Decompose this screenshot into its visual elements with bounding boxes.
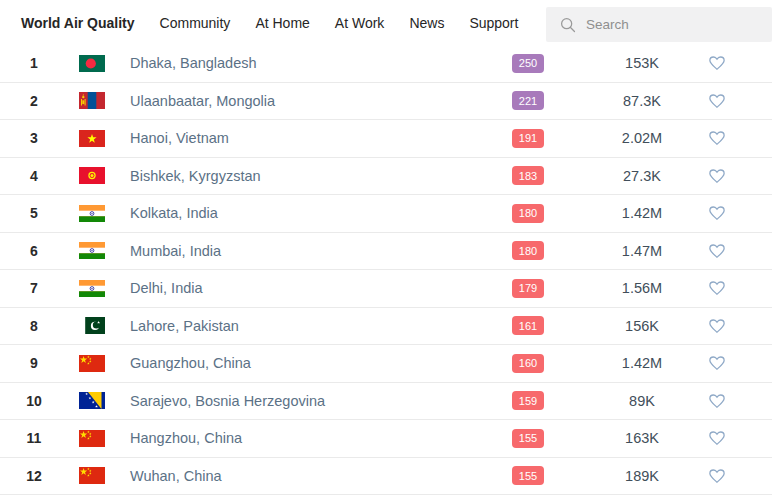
city-ranking-row[interactable]: 11 Hangzhou, China 155 163K (0, 420, 772, 458)
followers-count: 27.3K (576, 168, 708, 184)
city-ranking-row[interactable]: 8 Lahore, Pakistan 161 156K (0, 308, 772, 346)
city-name-link[interactable]: Wuhan, China (118, 468, 480, 484)
rank-number: 5 (0, 205, 68, 221)
city-name-link[interactable]: Hangzhou, China (118, 430, 480, 446)
rank-number: 7 (0, 280, 68, 296)
followers-count: 89K (576, 393, 708, 409)
favorite-heart-icon[interactable] (708, 92, 726, 110)
in-flag-icon (68, 205, 118, 222)
aqi-badge: 250 (512, 54, 544, 73)
brand-world-air-quality[interactable]: World Air Quality (21, 15, 135, 31)
top-nav: World Air Quality CommunityAt HomeAt Wor… (0, 0, 772, 45)
followers-count: 2.02M (576, 130, 708, 146)
city-ranking-row[interactable]: 6 Mumbai, India 180 1.47M (0, 233, 772, 271)
city-name-link[interactable]: Kolkata, India (118, 205, 480, 221)
aqi-badge: 179 (512, 279, 544, 298)
city-name-link[interactable]: Ulaanbaatar, Mongolia (118, 93, 480, 109)
followers-count: 153K (576, 55, 708, 71)
bd-flag-icon (68, 55, 118, 72)
search-icon (559, 16, 577, 34)
pk-flag-icon (68, 317, 118, 334)
favorite-heart-icon[interactable] (708, 167, 726, 185)
aqi-badge: 221 (512, 91, 544, 110)
aqi-badge: 183 (512, 166, 544, 185)
nav-item-at-work[interactable]: At Work (335, 15, 385, 31)
aqi-badge: 161 (512, 316, 544, 335)
rank-number: 12 (0, 468, 68, 484)
aqi-badge: 191 (512, 129, 544, 148)
cn-flag-icon (68, 467, 118, 484)
city-ranking-list: 1 Dhaka, Bangladesh 250 153K 2 Ulaanbaat… (0, 45, 772, 495)
favorite-heart-icon[interactable] (708, 129, 726, 147)
nav-item-news[interactable]: News (409, 15, 444, 31)
rank-number: 2 (0, 93, 68, 109)
cn-flag-icon (68, 430, 118, 447)
city-name-link[interactable]: Dhaka, Bangladesh (118, 55, 480, 71)
favorite-heart-icon[interactable] (708, 54, 726, 72)
city-ranking-row[interactable]: 7 Delhi, India 179 1.56M (0, 270, 772, 308)
rank-number: 9 (0, 355, 68, 371)
city-ranking-row[interactable]: 4 Bishkek, Kyrgyzstan 183 27.3K (0, 158, 772, 196)
kg-flag-icon (68, 167, 118, 184)
rank-number: 4 (0, 168, 68, 184)
nav-links: CommunityAt HomeAt WorkNewsSupport (160, 15, 519, 31)
followers-count: 156K (576, 318, 708, 334)
city-ranking-row[interactable]: 2 Ulaanbaatar, Mongolia 221 87.3K (0, 83, 772, 121)
rank-number: 10 (0, 393, 68, 409)
city-ranking-row[interactable]: 10 Sarajevo, Bosnia Herzegovina 159 89K (0, 383, 772, 421)
city-name-link[interactable]: Bishkek, Kyrgyzstan (118, 168, 480, 184)
aqi-badge: 155 (512, 429, 544, 448)
followers-count: 1.47M (576, 243, 708, 259)
mn-flag-icon (68, 92, 118, 109)
followers-count: 1.56M (576, 280, 708, 296)
followers-count: 163K (576, 430, 708, 446)
city-name-link[interactable]: Guangzhou, China (118, 355, 480, 371)
city-name-link[interactable]: Lahore, Pakistan (118, 318, 480, 334)
aqi-badge: 155 (512, 466, 544, 485)
favorite-heart-icon[interactable] (708, 204, 726, 222)
aqi-badge: 180 (512, 204, 544, 223)
city-name-link[interactable]: Sarajevo, Bosnia Herzegovina (118, 393, 480, 409)
nav-item-at-home[interactable]: At Home (255, 15, 309, 31)
city-name-link[interactable]: Delhi, India (118, 280, 480, 296)
followers-count: 1.42M (576, 355, 708, 371)
ba-flag-icon (68, 392, 118, 409)
favorite-heart-icon[interactable] (708, 242, 726, 260)
nav-item-support[interactable]: Support (469, 15, 518, 31)
rank-number: 1 (0, 55, 68, 71)
city-name-link[interactable]: Hanoi, Vietnam (118, 130, 480, 146)
rank-number: 8 (0, 318, 68, 334)
city-ranking-row[interactable]: 5 Kolkata, India 180 1.42M (0, 195, 772, 233)
city-name-link[interactable]: Mumbai, India (118, 243, 480, 259)
nav-item-community[interactable]: Community (160, 15, 231, 31)
city-ranking-row[interactable]: 1 Dhaka, Bangladesh 250 153K (0, 45, 772, 83)
city-ranking-row[interactable]: 12 Wuhan, China 155 189K (0, 458, 772, 496)
rank-number: 6 (0, 243, 68, 259)
favorite-heart-icon[interactable] (708, 279, 726, 297)
favorite-heart-icon[interactable] (708, 317, 726, 335)
in-flag-icon (68, 280, 118, 297)
aqi-badge: 160 (512, 354, 544, 373)
vn-flag-icon (68, 130, 118, 147)
favorite-heart-icon[interactable] (708, 392, 726, 410)
favorite-heart-icon[interactable] (708, 429, 726, 447)
favorite-heart-icon[interactable] (708, 467, 726, 485)
favorite-heart-icon[interactable] (708, 354, 726, 372)
followers-count: 87.3K (576, 93, 708, 109)
rank-number: 3 (0, 130, 68, 146)
city-ranking-row[interactable]: 9 Guangzhou, China 160 1.42M (0, 345, 772, 383)
search-input[interactable] (586, 17, 762, 32)
search-box[interactable] (546, 7, 772, 42)
in-flag-icon (68, 242, 118, 259)
followers-count: 189K (576, 468, 708, 484)
followers-count: 1.42M (576, 205, 708, 221)
city-ranking-row[interactable]: 3 Hanoi, Vietnam 191 2.02M (0, 120, 772, 158)
aqi-badge: 159 (512, 391, 544, 410)
aqi-badge: 180 (512, 241, 544, 260)
cn-flag-icon (68, 355, 118, 372)
rank-number: 11 (0, 430, 68, 446)
